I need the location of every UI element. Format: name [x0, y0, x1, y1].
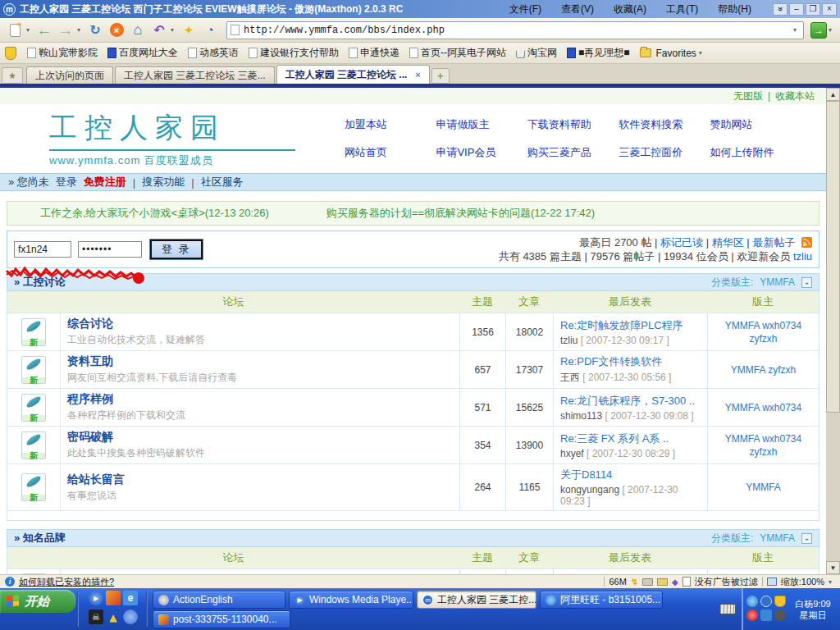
header-link[interactable]: 申请VIP会员	[436, 145, 527, 160]
messenger-quicklaunch-icon[interactable]	[123, 609, 138, 624]
zoom-dropdown[interactable]: ▾	[829, 578, 835, 586]
new-tab-button[interactable]: +	[431, 68, 450, 84]
boost-lightning-icon[interactable]: ↯	[631, 577, 638, 587]
header-link[interactable]: 网站首页	[345, 145, 436, 160]
header-link[interactable]: 下载资料帮助	[527, 117, 619, 132]
last-post-link[interactable]: Re:龙门铣床程序，S7-300 ..	[560, 394, 695, 409]
magic-fill-icon[interactable]: ✦	[179, 21, 199, 40]
bookmark-site-link[interactable]: 收藏本站	[775, 89, 815, 103]
scrollbar-thumb[interactable]	[826, 101, 840, 413]
language-bar[interactable]	[714, 588, 742, 630]
login-button[interactable]: 登 录	[150, 240, 203, 259]
announcement-link-1[interactable]: 工作之余,给大家玩个小游戏<桌球>(12-13 20:26)	[40, 206, 269, 221]
mark-read-link[interactable]: 标记已读	[660, 236, 703, 249]
forum-link[interactable]: 给站长留言	[67, 472, 125, 487]
folder-icon[interactable]	[657, 578, 668, 586]
last-post-author[interactable]: 王西	[560, 372, 580, 383]
menu-help[interactable]: 帮助(H)	[708, 1, 761, 18]
site-logo[interactable]: 工控人家园 www.ymmfa.com 百度联盟成员	[49, 109, 295, 168]
forum-link[interactable]: 密码破解	[67, 430, 113, 445]
last-post-link[interactable]: Re:PDF文件转换软件	[560, 354, 662, 369]
close-button[interactable]: ×	[822, 3, 837, 16]
undo-button[interactable]: ↶	[149, 21, 169, 40]
tray-alarm-icon[interactable]	[746, 609, 758, 621]
back-button[interactable]: ←	[34, 21, 54, 40]
zoom-level[interactable]: 缩放:100%	[781, 576, 824, 588]
page-status-icon[interactable]	[682, 577, 691, 587]
password-input[interactable]	[78, 241, 142, 258]
rss-icon[interactable]	[801, 237, 812, 248]
newest-posts-link[interactable]: 最新帖子	[752, 236, 795, 249]
tray-volume-icon[interactable]	[774, 609, 786, 621]
stop-button[interactable]: ×	[107, 21, 126, 40]
category-moderator-link[interactable]: YMMFA	[760, 532, 795, 544]
printer-icon[interactable]	[642, 578, 653, 586]
header-link[interactable]: 如何上传附件	[710, 145, 801, 160]
task-actionenglish[interactable]: ActionEnglish	[153, 591, 285, 609]
refresh-button[interactable]: ↻	[85, 21, 105, 40]
last-post-author[interactable]: kongyungang	[560, 484, 619, 495]
media-player-quicklaunch-icon[interactable]: ▶	[89, 591, 103, 605]
favorites-folder[interactable]: Favorites▾	[636, 46, 710, 61]
home-button[interactable]: ⌂	[128, 21, 148, 40]
moderators-links[interactable]: YMMFA zyfzxh	[707, 351, 819, 388]
statusbar-plugin-link[interactable]: 如何卸载已安装的插件?	[19, 576, 114, 588]
scroll-down-button[interactable]: ▼	[826, 561, 840, 574]
bookmark-item[interactable]: 动感英语	[184, 44, 243, 62]
address-bar[interactable]: http://www.ymmfa.com/bbs/index.php ▾	[226, 21, 804, 39]
task-forum-active[interactable]: m工控人家园 三菱工控...	[417, 591, 536, 609]
collapse-section-button[interactable]: -	[801, 533, 812, 544]
header-link[interactable]: 购买三菱产品	[527, 145, 619, 160]
go-dropdown[interactable]: ▾	[829, 26, 835, 34]
address-dropdown[interactable]: ▾	[793, 26, 800, 34]
tab-last-visited[interactable]: 上次访问的页面	[26, 66, 113, 84]
image-tool-quicklaunch-icon[interactable]	[106, 591, 121, 605]
taskbar-clock[interactable]: 白杨9:09 星期日	[789, 598, 837, 621]
security-shield-icon[interactable]	[5, 47, 16, 60]
warning-triangle-icon[interactable]: ▲	[106, 609, 121, 624]
menu-favorites[interactable]: 收藏(A)	[604, 1, 656, 18]
moderators-links[interactable]: YMMFA wxh0734 zyfzxh	[707, 313, 819, 350]
moderators-links[interactable]: YMMFA wxh0734	[707, 389, 819, 426]
bookmark-item[interactable]: 淘宝网	[512, 44, 561, 62]
category-moderator-link[interactable]: YMMFA	[760, 276, 795, 288]
task-post-file[interactable]: post-333755-1130040...	[153, 610, 290, 628]
header-link[interactable]: 申请做版主	[436, 117, 527, 132]
vertical-scrollbar[interactable]: ▲ ▼	[826, 88, 840, 574]
header-link[interactable]: 加盟本站	[345, 117, 436, 132]
skull-app-icon[interactable]: ☠	[89, 609, 103, 624]
menu-view[interactable]: 查看(V)	[551, 1, 604, 18]
moderators-links[interactable]: YMMFA	[707, 464, 819, 510]
window-zoom-icon[interactable]	[767, 578, 777, 586]
new-member-link[interactable]: tzliu	[793, 250, 812, 262]
section-title[interactable]: » 知名品牌	[14, 531, 66, 546]
header-link[interactable]: 软件资料搜索	[619, 117, 710, 132]
bookmark-item[interactable]: 首页--阿莫电子网站	[405, 44, 510, 62]
new-page-button[interactable]: ✶	[5, 21, 25, 40]
forum-link[interactable]: 综合讨论	[67, 317, 113, 331]
tab-close-icon[interactable]: ×	[415, 70, 420, 80]
history-clock-icon[interactable]: ◔	[200, 21, 220, 40]
start-button[interactable]: 开始	[0, 590, 75, 613]
bookmark-item[interactable]: ■再见理想■	[563, 44, 634, 62]
register-link[interactable]: 免费注册	[84, 175, 126, 189]
undo-dropdown[interactable]: ▾	[171, 26, 177, 34]
new-page-dropdown[interactable]: ▾	[26, 26, 33, 34]
username-input[interactable]	[14, 241, 71, 258]
section-title[interactable]: » 工控讨论	[14, 275, 66, 290]
collapse-section-button[interactable]: -	[801, 277, 812, 288]
task-aliwangwang[interactable]: 阿里旺旺 - b3151005...	[540, 591, 663, 609]
forum-link[interactable]: 程序样例	[67, 392, 113, 407]
last-post-link[interactable]: 关于D8114	[560, 468, 612, 482]
forum-link[interactable]: 资料互助	[67, 354, 113, 369]
tray-security-shield-icon[interactable]	[774, 596, 786, 607]
announcement-link-2[interactable]: 购买服务器的计划==彻底解决网站卡的问题(12-22 17:42)	[326, 206, 595, 221]
bookmark-item[interactable]: 建设银行支付帮助	[244, 44, 343, 62]
moderators-links[interactable]: YMMFA wxh0734 zyfzxh	[707, 427, 819, 463]
bookmark-item[interactable]: 鞍山宽带影院	[23, 44, 102, 62]
digest-link[interactable]: 精华区	[712, 236, 744, 249]
browser-quicklaunch-icon[interactable]: e	[123, 591, 138, 605]
plugin-diamond-icon[interactable]: ◆	[672, 578, 678, 587]
go-button[interactable]: →	[810, 22, 827, 39]
header-link[interactable]: 赞助网站	[710, 117, 801, 132]
